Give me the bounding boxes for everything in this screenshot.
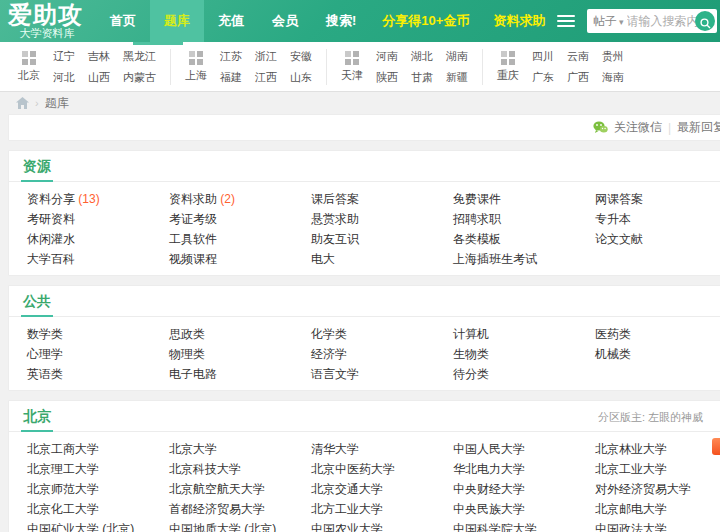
forum-link[interactable]: 北京林业大学 [583,439,720,459]
nav-item[interactable]: 分享得10+金币 [370,0,481,42]
forum-link[interactable]: 北京交通大学 [299,479,441,499]
forum-link[interactable]: 北京工商大学 [15,439,157,459]
forum-link[interactable]: 中国人民大学 [441,439,583,459]
site-logo[interactable]: 爱助攻 大学资料库 [0,3,96,39]
forum-link[interactable]: 中国政法大学 [583,519,720,532]
forum-link[interactable]: 医药类 [583,324,720,344]
search-category-dropdown[interactable]: 帖子▾ [593,13,627,30]
follow-wechat-link[interactable]: 关注微信 [614,119,662,136]
forum-link[interactable]: 物理类 [157,344,299,364]
floating-widget-icon[interactable] [712,438,720,455]
forum-link[interactable]: 清华大学 [299,439,441,459]
forum-link[interactable]: 语言文学 [299,364,441,384]
search-button[interactable] [695,11,715,31]
forum-link[interactable]: 中国地质大学 (北京) [157,519,299,532]
province-link[interactable]: 陕西 [376,70,398,85]
forum-link[interactable]: 北京科技大学 [157,459,299,479]
nav-item[interactable]: 题库 [150,0,204,42]
province-link[interactable]: 吉林 [88,49,110,64]
latest-reply-link[interactable]: 最新回复 [677,119,720,136]
region-city-link[interactable]: 上海 [185,68,207,83]
province-link[interactable]: 云南 [567,49,589,64]
forum-link[interactable]: 英语类 [15,364,157,384]
nav-item[interactable]: 充值 [204,0,258,42]
nav-item[interactable]: 搜索! [312,0,370,42]
forum-link[interactable]: 视频课程 [157,249,299,269]
forum-link[interactable]: 北京中医药大学 [299,459,441,479]
forum-link[interactable]: 专升本 [583,209,720,229]
province-link[interactable]: 黑龙江 [123,49,156,64]
moderator-link[interactable]: 左眼的神威 [648,411,703,423]
province-link[interactable]: 海南 [602,70,624,85]
forum-link[interactable]: 上海插班生考试 [441,249,583,269]
forum-link[interactable]: 考研资料 [15,209,157,229]
province-link[interactable]: 浙江 [255,49,277,64]
nav-item[interactable]: 会员 [258,0,312,42]
forum-link[interactable]: 论文文献 [583,229,720,249]
forum-link[interactable]: 北京邮电大学 [583,499,720,519]
province-link[interactable]: 江西 [255,70,277,85]
home-icon[interactable] [16,97,29,109]
nav-item[interactable]: 资料求助 [481,0,557,42]
forum-link[interactable]: 首都经济贸易大学 [157,499,299,519]
province-link[interactable]: 广西 [567,70,589,85]
forum-link[interactable]: 休闲灌水 [15,229,157,249]
region-city-link[interactable]: 重庆 [497,68,519,83]
province-link[interactable]: 河南 [376,49,398,64]
province-link[interactable]: 山西 [88,70,110,85]
forum-link[interactable]: 资料分享 (13) [15,189,157,209]
forum-link[interactable]: 工具软件 [157,229,299,249]
forum-link[interactable]: 悬赏求助 [299,209,441,229]
forum-link[interactable]: 华北电力大学 [441,459,583,479]
nav-item[interactable]: 首页 [96,0,150,42]
province-link[interactable]: 福建 [220,70,242,85]
province-link[interactable]: 广东 [532,70,554,85]
province-link[interactable]: 安徽 [290,49,312,64]
province-link[interactable]: 河北 [53,70,75,85]
province-link[interactable]: 江苏 [220,49,242,64]
breadcrumb-current[interactable]: 题库 [45,95,69,112]
region-city-link[interactable]: 北京 [18,68,40,83]
province-link[interactable]: 内蒙古 [123,70,156,85]
forum-link[interactable]: 中央财经大学 [441,479,583,499]
forum-link[interactable]: 各类模板 [441,229,583,249]
forum-link[interactable]: 心理学 [15,344,157,364]
forum-link[interactable]: 化学类 [299,324,441,344]
section-title[interactable]: 公共 [21,293,53,317]
forum-link[interactable]: 助友互识 [299,229,441,249]
forum-link[interactable]: 计算机 [441,324,583,344]
section-title[interactable]: 资源 [21,158,53,182]
forum-link[interactable]: 北京师范大学 [15,479,157,499]
province-link[interactable]: 甘肃 [411,70,433,85]
forum-link[interactable]: 数学类 [15,324,157,344]
forum-link[interactable]: 北方工业大学 [299,499,441,519]
forum-link[interactable]: 网课答案 [583,189,720,209]
province-link[interactable]: 贵州 [602,49,624,64]
province-link[interactable]: 四川 [532,49,554,64]
forum-link[interactable]: 电大 [299,249,441,269]
section-title[interactable]: 北京 [21,408,53,432]
region-city-link[interactable]: 天津 [341,68,363,83]
forum-link[interactable]: 生物类 [441,344,583,364]
forum-link[interactable]: 机械类 [583,344,720,364]
province-link[interactable]: 辽宁 [53,49,75,64]
forum-link[interactable]: 免费课件 [441,189,583,209]
forum-link[interactable]: 中国科学院大学 [441,519,583,532]
forum-link[interactable]: 中国农业大学 [299,519,441,532]
menu-hamburger-icon[interactable] [557,15,575,27]
province-link[interactable]: 湖北 [411,49,433,64]
forum-link[interactable]: 资料求助 (2) [157,189,299,209]
forum-link[interactable]: 电子电路 [157,364,299,384]
forum-link[interactable]: 北京航空航天大学 [157,479,299,499]
forum-link[interactable]: 北京理工大学 [15,459,157,479]
forum-link[interactable]: 中国矿业大学 (北京) [15,519,157,532]
forum-link[interactable]: 北京大学 [157,439,299,459]
forum-link[interactable]: 考证考级 [157,209,299,229]
province-link[interactable]: 新疆 [446,70,468,85]
forum-link[interactable]: 大学百科 [15,249,157,269]
province-link[interactable]: 湖南 [446,49,468,64]
forum-link[interactable]: 招聘求职 [441,209,583,229]
forum-link[interactable]: 对外经济贸易大学 [583,479,720,499]
province-link[interactable]: 山东 [290,70,312,85]
forum-link[interactable]: 思政类 [157,324,299,344]
